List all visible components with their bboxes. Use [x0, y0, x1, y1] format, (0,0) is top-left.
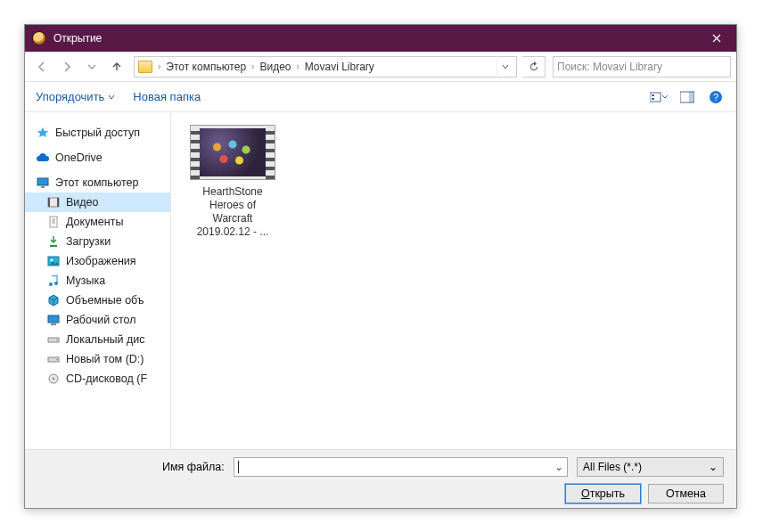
file-item[interactable]: HearthStone Heroes of Warcraft 2019.02.1… — [184, 125, 282, 239]
chevron-down-icon: ⌄ — [709, 461, 718, 473]
file-open-dialog: Открытие › Этот компьютер › Видео › Mova… — [24, 24, 737, 509]
svg-rect-1 — [652, 94, 654, 96]
chevron-right-icon: › — [250, 61, 256, 71]
document-icon — [46, 215, 61, 229]
toolbar: Упорядочить Новая папка ? — [25, 82, 736, 112]
sidebar[interactable]: Быстрый доступ OneDrive Этот компьютер В… — [25, 112, 171, 449]
sidebar-item-documents[interactable]: Документы — [25, 212, 170, 232]
file-label: 2019.02.12 - ... — [184, 225, 282, 239]
svg-rect-10 — [48, 198, 50, 207]
chevron-down-icon[interactable]: ⌄ — [554, 461, 563, 473]
svg-point-26 — [56, 359, 58, 361]
content-area[interactable]: HearthStone Heroes of Warcraft 2019.02.1… — [171, 112, 736, 449]
disc-icon — [46, 372, 61, 386]
organize-menu[interactable]: Упорядочить — [36, 90, 115, 103]
svg-rect-22 — [51, 323, 56, 325]
svg-point-28 — [53, 378, 54, 380]
nav-up-button[interactable] — [105, 55, 128, 78]
sidebar-item-pictures[interactable]: Изображения — [25, 251, 170, 271]
svg-point-20 — [54, 282, 58, 285]
nav-recent-button[interactable] — [80, 55, 103, 78]
svg-rect-2 — [652, 98, 654, 100]
titlebar: Открытие — [25, 25, 736, 52]
star-icon — [36, 126, 50, 140]
svg-rect-4 — [689, 92, 694, 102]
filename-input[interactable]: ⌄ — [234, 457, 568, 477]
film-icon — [46, 195, 61, 209]
window-title: Открытие — [53, 32, 696, 45]
dialog-body: Быстрый доступ OneDrive Этот компьютер В… — [25, 112, 736, 449]
refresh-button[interactable] — [522, 56, 546, 78]
open-button[interactable]: Открыть — [565, 484, 641, 503]
sidebar-item-cd-drive[interactable]: CD-дисковод (F — [25, 369, 170, 389]
nav-back-button[interactable] — [30, 55, 53, 78]
search-placeholder: Поиск: Movavi Library — [557, 61, 662, 73]
address-dropdown[interactable] — [496, 56, 513, 78]
nav-forward-button[interactable] — [55, 55, 78, 78]
music-icon — [46, 274, 61, 288]
sidebar-item-quick-access[interactable]: Быстрый доступ — [25, 123, 170, 143]
help-button[interactable]: ? — [706, 87, 726, 107]
folder-icon — [138, 61, 152, 73]
svg-rect-16 — [50, 245, 57, 247]
download-icon — [46, 234, 61, 249]
video-thumbnail — [190, 125, 275, 180]
sidebar-item-music[interactable]: Музыка — [25, 271, 170, 291]
sidebar-item-volume-d[interactable]: Новый том (D:) — [25, 349, 170, 369]
drive-icon — [46, 332, 61, 347]
cancel-button[interactable]: Отмена — [648, 484, 724, 503]
drive-icon — [46, 352, 61, 366]
svg-rect-7 — [37, 178, 48, 185]
monitor-icon — [36, 176, 50, 190]
svg-rect-0 — [650, 93, 660, 102]
svg-rect-21 — [48, 315, 59, 323]
file-label: HearthStone — [184, 185, 282, 199]
preview-pane-button[interactable] — [677, 87, 697, 107]
file-type-filter[interactable]: All Files (*.*) ⌄ — [577, 457, 724, 477]
file-label: Warcraft — [184, 212, 282, 225]
cloud-icon — [36, 151, 50, 165]
app-icon — [32, 31, 46, 45]
svg-point-24 — [56, 340, 58, 341]
close-button[interactable] — [696, 25, 736, 52]
sidebar-item-videos[interactable]: Видео — [25, 192, 170, 212]
close-icon — [712, 34, 721, 43]
desktop-icon — [46, 313, 61, 327]
cube-icon — [46, 293, 61, 307]
svg-rect-8 — [41, 186, 45, 188]
file-label: Heroes of — [184, 199, 282, 212]
picture-icon — [46, 254, 61, 268]
address-bar[interactable]: › Этот компьютер › Видео › Movavi Librar… — [134, 56, 517, 78]
sidebar-item-downloads[interactable]: Загрузки — [25, 232, 170, 251]
svg-rect-11 — [57, 198, 59, 207]
dialog-footer: Имя файла: ⌄ All Files (*.*) ⌄ Открыть О… — [25, 449, 736, 508]
chevron-right-icon: › — [156, 61, 162, 71]
sidebar-item-local-disk[interactable]: Локальный дис — [25, 330, 170, 349]
filename-label: Имя файла: — [37, 461, 225, 473]
sidebar-item-onedrive[interactable]: OneDrive — [25, 148, 170, 168]
svg-point-18 — [51, 259, 53, 262]
nav-row: › Этот компьютер › Видео › Movavi Librar… — [25, 52, 736, 82]
new-folder-button[interactable]: Новая папка — [133, 90, 201, 103]
view-menu-button[interactable] — [649, 87, 669, 107]
svg-rect-12 — [50, 217, 57, 227]
chevron-down-icon — [108, 94, 115, 101]
sidebar-item-desktop[interactable]: Рабочий стол — [25, 310, 170, 330]
breadcrumb-segment[interactable]: Movavi Library — [305, 61, 374, 73]
search-input[interactable]: Поиск: Movavi Library — [553, 56, 731, 78]
chevron-right-icon: › — [294, 61, 300, 71]
sidebar-item-this-pc[interactable]: Этот компьютер — [25, 173, 170, 192]
breadcrumb-segment[interactable]: Этот компьютер — [166, 61, 246, 73]
sidebar-item-3d-objects[interactable]: Объемные объ — [25, 291, 170, 310]
breadcrumb-segment[interactable]: Видео — [259, 61, 291, 73]
svg-text:?: ? — [713, 92, 718, 102]
svg-point-19 — [49, 282, 53, 286]
